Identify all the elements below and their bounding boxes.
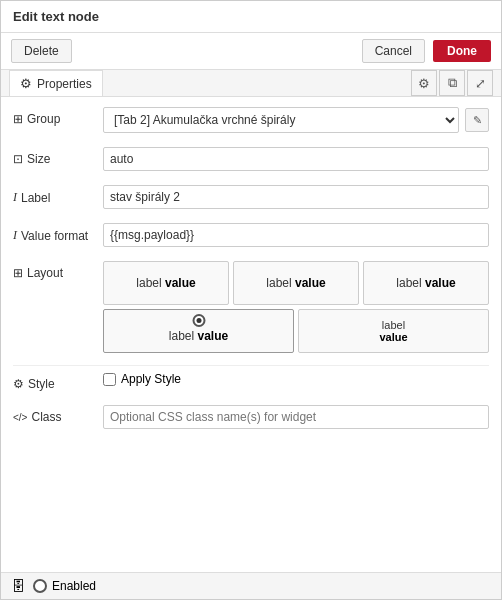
class-row: </> Class bbox=[13, 403, 489, 431]
layout-option-4[interactable]: label value bbox=[103, 309, 294, 353]
panel-header: Edit text node bbox=[1, 1, 501, 33]
layout-grid: label value label value label value bbox=[103, 261, 489, 353]
value-format-row: I Value format bbox=[13, 221, 489, 249]
enabled-label[interactable]: Enabled bbox=[33, 579, 96, 593]
size-label: ⊡ Size bbox=[13, 147, 103, 166]
cancel-button[interactable]: Cancel bbox=[362, 39, 425, 63]
panel-title: Edit text node bbox=[13, 9, 99, 24]
group-label: ⊞ Group bbox=[13, 107, 103, 126]
style-label: ⚙ Style bbox=[13, 372, 103, 391]
style-row: ⚙ Style Apply Style bbox=[13, 370, 489, 393]
tab-properties[interactable]: ⚙ Properties bbox=[9, 70, 103, 96]
enabled-text: Enabled bbox=[52, 579, 96, 593]
size-icon: ⊡ bbox=[13, 152, 23, 166]
done-button[interactable]: Done bbox=[433, 40, 491, 62]
group-row: ⊞ Group [Tab 2] Akumulačka vrchné špirál… bbox=[13, 105, 489, 135]
class-label: </> Class bbox=[13, 405, 103, 424]
group-select-wrapper: [Tab 2] Akumulačka vrchné špirály ✎ bbox=[103, 107, 489, 133]
tab-icon-expand[interactable]: ⤢ bbox=[467, 70, 493, 96]
tab-properties-label: Properties bbox=[37, 77, 92, 91]
delete-button[interactable]: Delete bbox=[11, 39, 72, 63]
value-format-icon: I bbox=[13, 228, 17, 243]
db-icon: 🗄 bbox=[11, 578, 25, 594]
size-control bbox=[103, 147, 489, 171]
class-input[interactable] bbox=[103, 405, 489, 429]
layout-option-1[interactable]: label value bbox=[103, 261, 229, 305]
value-format-control bbox=[103, 223, 489, 247]
tab-icon-gear[interactable]: ⚙ bbox=[411, 70, 437, 96]
label-row: I Label bbox=[13, 183, 489, 211]
group-icon: ⊞ bbox=[13, 112, 23, 126]
status-bar: 🗄 Enabled bbox=[1, 572, 501, 599]
divider-1 bbox=[13, 365, 489, 366]
enabled-radio[interactable] bbox=[33, 579, 47, 593]
layout-icon: ⊞ bbox=[13, 266, 23, 280]
toolbar: Delete Cancel Done bbox=[1, 33, 501, 70]
tab-bar: ⚙ Properties ⚙ ⧉ ⤢ bbox=[1, 70, 501, 97]
size-row: ⊡ Size bbox=[13, 145, 489, 173]
apply-style-label[interactable]: Apply Style bbox=[103, 372, 181, 386]
apply-style-checkbox[interactable] bbox=[103, 373, 116, 386]
tab-icon-group: ⚙ ⧉ ⤢ bbox=[411, 70, 493, 96]
style-icon: ⚙ bbox=[13, 377, 24, 391]
group-edit-button[interactable]: ✎ bbox=[465, 108, 489, 132]
style-control: Apply Style bbox=[103, 372, 489, 386]
layout-label: ⊞ Layout bbox=[13, 261, 103, 280]
layout-row-2: label value label value bbox=[103, 309, 489, 353]
group-select[interactable]: [Tab 2] Akumulačka vrchné špirály bbox=[103, 107, 459, 133]
class-icon: </> bbox=[13, 412, 27, 423]
class-control bbox=[103, 405, 489, 429]
label-control bbox=[103, 185, 489, 209]
layout-row: ⊞ Layout label value label value label v… bbox=[13, 259, 489, 355]
label-icon: I bbox=[13, 190, 17, 205]
value-format-label: I Value format bbox=[13, 223, 103, 243]
layout-option-5[interactable]: label value bbox=[298, 309, 489, 353]
tab-icon-copy[interactable]: ⧉ bbox=[439, 70, 465, 96]
layout-row-1: label value label value label value bbox=[103, 261, 489, 305]
apply-style-text: Apply Style bbox=[121, 372, 181, 386]
value-format-input[interactable] bbox=[103, 223, 489, 247]
gear-icon: ⚙ bbox=[20, 76, 32, 91]
layout-option-3[interactable]: label value bbox=[363, 261, 489, 305]
label-label: I Label bbox=[13, 185, 103, 205]
size-input[interactable] bbox=[103, 147, 489, 171]
label-input[interactable] bbox=[103, 185, 489, 209]
content-area: ⊞ Group [Tab 2] Akumulačka vrchné špirál… bbox=[1, 97, 501, 572]
layout-option-2[interactable]: label value bbox=[233, 261, 359, 305]
